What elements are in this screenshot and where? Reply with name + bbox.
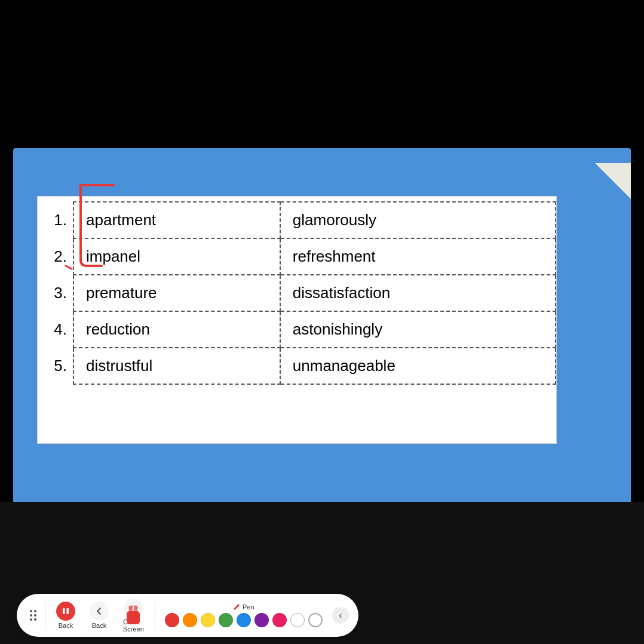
- color-purple[interactable]: [254, 613, 269, 627]
- table-row: 2. impanel refreshment: [38, 238, 556, 275]
- color-pink[interactable]: [272, 613, 287, 627]
- table-row: 3. premature dissatisfaction: [38, 275, 556, 311]
- pen-label: Pen: [233, 603, 254, 611]
- table-row: 4. reduction astonishingly: [38, 311, 556, 348]
- pen-tool-area: Pen: [160, 601, 327, 630]
- color-outline[interactable]: [308, 613, 323, 627]
- slide-content: 1. apartment glamorously 2. impanel refr…: [37, 196, 557, 444]
- back-button[interactable]: Back: [84, 599, 115, 631]
- toolbar: Back Back ClearScreen Pen: [17, 594, 358, 637]
- blue-lower-area: [13, 445, 631, 502]
- word-cell-1-1: apartment: [73, 202, 280, 238]
- row-num-2: 2.: [38, 238, 73, 275]
- pen-small-icon: [233, 603, 240, 611]
- row-num-4: 4.: [38, 311, 73, 348]
- table-row: 5. distrustful unmanageable: [38, 348, 556, 384]
- word-cell-1-2: glamorously: [280, 202, 556, 238]
- row-num-1: 1.: [38, 202, 73, 238]
- color-palette: [165, 613, 323, 627]
- toolbar-divider-2: [155, 601, 155, 630]
- word-cell-4-1: reduction: [73, 311, 280, 348]
- clear-screen-button[interactable]: ClearScreen: [117, 596, 150, 635]
- row-num-3: 3.: [38, 275, 73, 311]
- toolbar-collapse-button[interactable]: ‹: [332, 607, 349, 624]
- word-cell-2-2: refreshment: [280, 238, 556, 275]
- row-num-5: 5.: [38, 348, 73, 384]
- svg-rect-1: [67, 608, 69, 614]
- word-cell-3-1: premature: [73, 275, 280, 311]
- back-label: Back: [92, 622, 106, 629]
- color-yellow[interactable]: [201, 613, 215, 627]
- pause-icon: [61, 606, 70, 616]
- table-row: 1. apartment glamorously: [38, 202, 556, 238]
- word-cell-5-1: distrustful: [73, 348, 280, 384]
- color-orange[interactable]: [183, 613, 197, 627]
- svg-rect-0: [63, 608, 65, 614]
- back-icon: [94, 606, 105, 617]
- color-white[interactable]: [290, 613, 305, 627]
- pause-label: Back: [59, 622, 73, 629]
- top-black-area: [0, 0, 644, 148]
- color-blue[interactable]: [237, 613, 251, 627]
- toolbar-divider-1: [45, 601, 45, 630]
- word-cell-3-2: dissatisfaction: [280, 275, 556, 311]
- word-cell-5-2: unmanageable: [280, 348, 556, 384]
- word-table: 1. apartment glamorously 2. impanel refr…: [38, 201, 556, 385]
- color-red[interactable]: [165, 613, 179, 627]
- grid-menu-button[interactable]: [26, 610, 40, 621]
- word-cell-4-2: astonishingly: [280, 311, 556, 348]
- stop-icon: [127, 611, 140, 624]
- word-cell-2-1: impanel: [73, 238, 280, 275]
- color-green[interactable]: [219, 613, 233, 627]
- pause-button[interactable]: Back: [50, 599, 81, 631]
